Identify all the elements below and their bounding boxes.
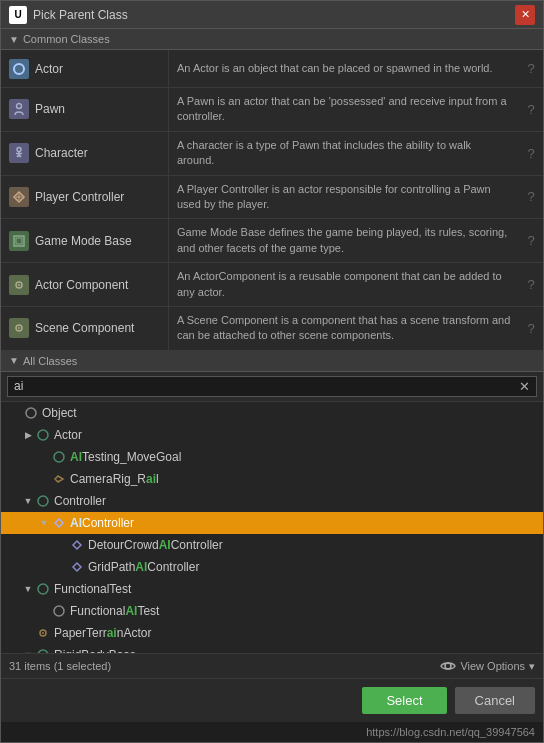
- svg-point-14: [18, 327, 20, 329]
- tree-item-paperterrain[interactable]: PaperTerrainActor: [1, 622, 543, 644]
- close-button[interactable]: ✕: [515, 5, 535, 25]
- tree-arrow-actor[interactable]: ▶: [21, 428, 35, 442]
- tree-item-functional-aitest[interactable]: FunctionalAITest: [1, 600, 543, 622]
- class-row-pawn[interactable]: Pawn A Pawn is an actor that can be 'pos…: [1, 88, 543, 132]
- character-help-icon[interactable]: ?: [519, 132, 543, 175]
- player-controller-desc: A Player Controller is an actor responsi…: [169, 176, 519, 219]
- highlight-ai4: AI: [135, 560, 147, 574]
- search-clear-button[interactable]: ✕: [519, 379, 530, 394]
- tree-item-object[interactable]: Object: [1, 402, 543, 424]
- cancel-button[interactable]: Cancel: [455, 687, 535, 714]
- controller-node-icon: [35, 493, 51, 509]
- game-mode-base-label: Game Mode Base: [35, 234, 132, 248]
- search-input-wrap: ✕: [7, 376, 537, 397]
- paperterrain-node-icon: [35, 625, 51, 641]
- camerarig-node-icon: [51, 471, 67, 487]
- class-row-character[interactable]: Character A character is a type of Pawn …: [1, 132, 543, 176]
- tree-item-actor[interactable]: ▶ Actor: [1, 424, 543, 446]
- tree-item-gridpath[interactable]: GridPathAIController: [1, 556, 543, 578]
- pawn-help-icon[interactable]: ?: [519, 88, 543, 131]
- all-classes-header: ▼ All Classes: [1, 351, 543, 372]
- highlight-ai: AI: [70, 450, 82, 464]
- player-controller-label: Player Controller: [35, 190, 124, 204]
- tree-label-camerarig: CameraRig_Rail: [70, 472, 159, 486]
- class-actorcomp-cell: Actor Component: [1, 263, 169, 306]
- class-scenecomp-cell: Scene Component: [1, 307, 169, 350]
- actor-component-label: Actor Component: [35, 278, 128, 292]
- aicontroller-node-icon: [51, 515, 67, 531]
- class-row-player-controller[interactable]: Player Controller A Player Controller is…: [1, 176, 543, 220]
- pawn-desc: A Pawn is an actor that can be 'possesse…: [169, 88, 519, 131]
- class-character-cell: Character: [1, 132, 169, 175]
- chevron-down-icon: ▾: [529, 660, 535, 673]
- object-node-icon: [23, 405, 39, 421]
- tree-container[interactable]: Object ▶ Actor AITesting_MoveGoal: [1, 402, 543, 653]
- select-button[interactable]: Select: [362, 687, 446, 714]
- ai-testing-node-icon: [51, 449, 67, 465]
- tree-label-detourcrowd: DetourCrowdAIController: [88, 538, 223, 552]
- tree-item-controller[interactable]: ▼ Controller: [1, 490, 543, 512]
- svg-point-1: [17, 104, 22, 109]
- search-input[interactable]: [14, 379, 515, 393]
- common-classes-list: Actor An Actor is an object that can be …: [1, 50, 543, 351]
- pick-parent-class-window: U Pick Parent Class ✕ ▼ Common Classes A…: [0, 0, 544, 743]
- all-classes-label: All Classes: [23, 355, 77, 367]
- character-label: Character: [35, 146, 88, 160]
- player-controller-help-icon[interactable]: ?: [519, 176, 543, 219]
- tree-arrow: [9, 406, 23, 420]
- tree-arrow-empty6: [21, 626, 35, 640]
- tree-arrow-empty5: [37, 604, 51, 618]
- highlight-ai6: ai: [107, 626, 117, 640]
- svg-point-15: [26, 408, 36, 418]
- tree-arrow-controller[interactable]: ▼: [21, 494, 35, 508]
- scene-component-help-icon[interactable]: ?: [519, 307, 543, 350]
- detourcrowd-node-icon: [69, 537, 85, 553]
- tree-item-aicontroller[interactable]: ▼ AIController: [1, 512, 543, 534]
- character-icon: [9, 143, 29, 163]
- status-bar: 31 items (1 selected) View Options ▾: [1, 653, 543, 678]
- actor-help-icon[interactable]: ?: [519, 50, 543, 87]
- actor-component-icon: [9, 275, 29, 295]
- tree-item-ai-testing[interactable]: AITesting_MoveGoal: [1, 446, 543, 468]
- class-row-game-mode-base[interactable]: Game Mode Base Game Mode Base defines th…: [1, 219, 543, 263]
- class-row-scene-component[interactable]: Scene Component A Scene Component is a c…: [1, 307, 543, 351]
- svg-rect-10: [16, 238, 22, 244]
- tree-arrow-functional[interactable]: ▼: [21, 582, 35, 596]
- bottom-bar: Select Cancel: [1, 678, 543, 722]
- svg-point-25: [445, 663, 451, 669]
- tree-label-paperterrain: PaperTerrainActor: [54, 626, 151, 640]
- common-classes-arrow: ▼: [9, 34, 19, 45]
- all-classes-section: ▼ All Classes ✕ Object: [1, 351, 543, 678]
- actor-component-help-icon[interactable]: ?: [519, 263, 543, 306]
- game-mode-base-help-icon[interactable]: ?: [519, 219, 543, 262]
- actor-component-desc: An ActorComponent is a reusable componen…: [169, 263, 519, 306]
- actor-label: Actor: [35, 62, 63, 76]
- tree-arrow-aicontroller[interactable]: ▼: [37, 516, 51, 530]
- class-row-actor-component[interactable]: Actor Component An ActorComponent is a r…: [1, 263, 543, 307]
- tree-item-camerarig[interactable]: CameraRig_Rail: [1, 468, 543, 490]
- scene-component-label: Scene Component: [35, 321, 134, 335]
- svg-point-0: [14, 64, 24, 74]
- tree-item-detourcrowd[interactable]: DetourCrowdAIController: [1, 534, 543, 556]
- svg-point-16: [38, 430, 48, 440]
- search-bar: ✕: [1, 372, 543, 402]
- tree-label-actor: Actor: [54, 428, 82, 442]
- tree-item-functional-test[interactable]: ▼ FunctionalTest: [1, 578, 543, 600]
- footer-url: https://blog.csdn.net/qq_39947564: [1, 722, 543, 742]
- tree-label-ai-testing: AITesting_MoveGoal: [70, 450, 181, 464]
- svg-point-20: [54, 606, 64, 616]
- tree-item-rigidbody[interactable]: ▼ RigidBodyBase: [1, 644, 543, 653]
- view-options-button[interactable]: View Options ▾: [440, 658, 535, 674]
- tree-label-functional-aitest: FunctionalAITest: [70, 604, 159, 618]
- character-desc: A character is a type of Pawn that inclu…: [169, 132, 519, 175]
- actor-node-icon: [35, 427, 51, 443]
- window-title: Pick Parent Class: [33, 8, 128, 22]
- title-bar: U Pick Parent Class ✕: [1, 1, 543, 29]
- actor-desc: An Actor is an object that can be placed…: [169, 50, 519, 87]
- highlight-ai2: AI: [70, 516, 82, 530]
- eye-icon: [440, 658, 456, 674]
- class-gamemodebase-cell: Game Mode Base: [1, 219, 169, 262]
- label-rest2: Controller: [82, 516, 134, 530]
- class-row-actor[interactable]: Actor An Actor is an object that can be …: [1, 50, 543, 88]
- tree-label-object: Object: [42, 406, 77, 420]
